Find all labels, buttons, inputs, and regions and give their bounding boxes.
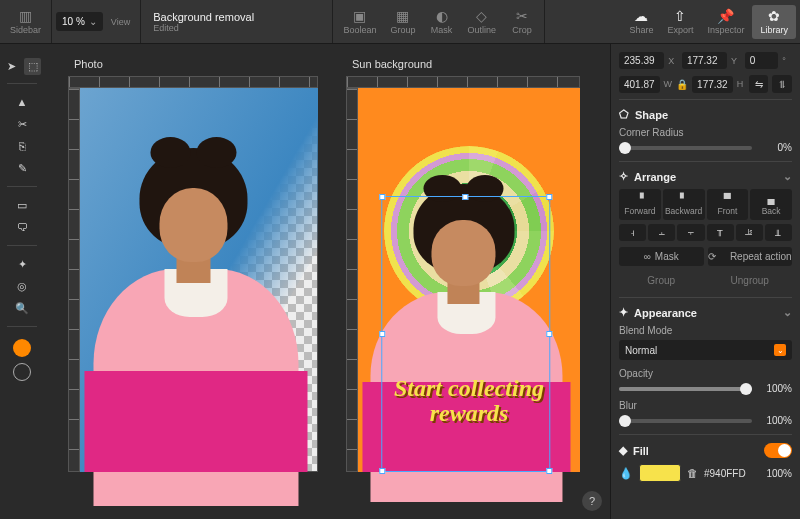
blend-mode-label: Blend Mode <box>619 325 792 336</box>
pen-tool[interactable]: ▲ <box>11 92 33 112</box>
align-vcenter-button[interactable]: ⫡ <box>736 224 763 241</box>
corner-radius-value: 0% <box>758 142 792 153</box>
cut-tool[interactable]: ✂ <box>11 114 33 134</box>
zoom-tool[interactable]: 🔍 <box>11 298 33 318</box>
lasso-tool[interactable]: ◎ <box>11 276 33 296</box>
view-label: View <box>111 17 130 27</box>
share-button[interactable]: ☁ Share <box>623 5 659 39</box>
w-unit: W <box>664 79 673 89</box>
fill-title: Fill <box>633 445 649 457</box>
sidebar-toggle-button[interactable]: ▥ Sidebar <box>4 5 47 39</box>
opacity-value: 100% <box>758 383 792 394</box>
remove-fill-icon[interactable]: 🗑 <box>687 467 698 479</box>
share-icon: ☁ <box>634 9 648 23</box>
repeat-action-button[interactable]: ⟳ Repeat action <box>708 247 793 266</box>
canvas[interactable]: Photo <box>44 44 610 519</box>
artboard-sun-canvas[interactable]: Start collecting rewards <box>358 88 580 472</box>
shape-rect-tool[interactable]: ▭ <box>11 195 33 215</box>
boolean-button[interactable]: ▣ Boolean <box>337 5 382 39</box>
corner-radius-slider[interactable] <box>619 146 752 150</box>
mask-button[interactable]: ◐ Mask <box>424 5 460 39</box>
chevron-down-icon[interactable]: ⌄ <box>783 306 792 319</box>
clone-tool[interactable]: ⎘ <box>11 136 33 156</box>
crop-button[interactable]: ✂ Crop <box>504 5 540 39</box>
opacity-label: Opacity <box>619 368 792 379</box>
group-button[interactable]: ▦ Group <box>384 5 421 39</box>
artboard-photo-canvas[interactable] <box>80 88 318 472</box>
boolean-icon: ▣ <box>353 9 366 23</box>
ruler-horizontal <box>68 76 318 88</box>
fill-opacity[interactable]: 100% <box>758 468 792 479</box>
sidebar-label: Sidebar <box>10 25 41 35</box>
eyedropper-icon[interactable]: 💧 <box>619 467 633 480</box>
width-field[interactable]: 401.87 <box>619 76 660 93</box>
text-tool[interactable]: 🗨 <box>11 217 33 237</box>
fill-color-chip[interactable] <box>639 464 681 482</box>
forward-button[interactable]: ▝Forward <box>619 189 661 220</box>
flip-vertical-button[interactable]: ⥮ <box>772 75 792 93</box>
align-bottom-button[interactable]: ⫫ <box>765 224 792 241</box>
group-button[interactable]: Group <box>619 272 704 289</box>
position-y-field[interactable]: 177.32 <box>682 52 727 69</box>
appearance-title: Appearance <box>634 307 697 319</box>
arrange-icon: ✧ <box>619 170 628 183</box>
chevron-down-icon[interactable]: ⌄ <box>783 170 792 183</box>
ungroup-button[interactable]: Ungroup <box>708 272 793 289</box>
artboard-photo-label: Photo <box>68 54 318 76</box>
left-tool-strip: ➤ ⬚ ▲ ✂ ⎘ ✎ ▭ 🗨 ✦ ◎ 🔍 <box>0 44 44 519</box>
opacity-slider[interactable] <box>619 387 752 391</box>
align-top-button[interactable]: ⫪ <box>707 224 734 241</box>
align-right-button[interactable]: ⫟ <box>677 224 704 241</box>
library-icon: ✿ <box>768 9 780 23</box>
brush-tool[interactable]: ✎ <box>11 158 33 178</box>
export-icon: ⇧ <box>674 9 686 23</box>
help-button[interactable]: ? <box>582 491 602 511</box>
corner-radius-label: Corner Radius <box>619 127 792 138</box>
mask-arrange-button[interactable]: ∞ Mask <box>619 247 704 266</box>
fill-hex[interactable]: #940FFD <box>704 468 752 479</box>
library-button[interactable]: ✿ Library <box>752 5 796 39</box>
height-field[interactable]: 177.32 <box>692 76 733 93</box>
reward-text: Start collecting rewards <box>376 376 563 426</box>
outline-label: Outline <box>468 25 497 35</box>
chevron-down-icon: ⌄ <box>89 16 97 27</box>
lock-aspect-icon[interactable]: 🔒 <box>676 79 688 90</box>
front-button[interactable]: ▀Front <box>707 189 749 220</box>
wand-tool[interactable]: ✦ <box>11 254 33 274</box>
sun-subject <box>330 172 596 472</box>
back-button[interactable]: ▄Back <box>750 189 792 220</box>
photo-subject <box>50 134 336 472</box>
inspector-button[interactable]: 📌 Inspector <box>701 5 750 39</box>
outline-icon: ◇ <box>476 9 487 23</box>
backward-button[interactable]: ▘Backward <box>663 189 705 220</box>
blend-mode-value: Normal <box>625 345 657 356</box>
sidebar-icon: ▥ <box>19 9 32 23</box>
blend-mode-select[interactable]: Normal ⌄ <box>619 340 792 360</box>
export-button[interactable]: ⇧ Export <box>661 5 699 39</box>
artboard-photo[interactable]: Photo <box>68 54 318 472</box>
position-x-field[interactable]: 235.39 <box>619 52 664 69</box>
document-status: Edited <box>153 23 254 33</box>
primary-color-swatch[interactable] <box>13 339 31 357</box>
section-arrange: ✧ Arrange ⌄ ▝Forward ▘Backward ▀Front ▄B… <box>619 161 792 293</box>
right-inspector: 235.39 X 177.32 Y 0 ° 401.87 W 🔒 177.32 … <box>610 44 800 519</box>
fill-toggle[interactable] <box>764 443 792 458</box>
crop-icon: ✂ <box>516 9 528 23</box>
align-left-button[interactable]: ⫞ <box>619 224 646 241</box>
align-hcenter-button[interactable]: ⫠ <box>648 224 675 241</box>
artboard-sun-label: Sun background <box>346 54 580 76</box>
artboard-sun[interactable]: Sun background <box>346 54 580 472</box>
outline-button[interactable]: ◇ Outline <box>462 5 503 39</box>
view-menu[interactable]: View <box>105 13 136 31</box>
section-appearance: ✦ Appearance ⌄ Blend Mode Normal ⌄ Opaci… <box>619 297 792 430</box>
shape-icon: ⬠ <box>619 108 629 121</box>
flip-horizontal-button[interactable]: ⇋ <box>749 75 769 93</box>
blur-slider[interactable] <box>619 419 752 423</box>
selection-tool[interactable]: ⬚ <box>24 58 41 75</box>
boolean-label: Boolean <box>343 25 376 35</box>
rotation-field[interactable]: 0 <box>745 52 778 69</box>
move-tool[interactable]: ➤ <box>3 58 20 75</box>
select-arrow-icon: ⌄ <box>774 344 786 356</box>
zoom-dropdown[interactable]: 10 % ⌄ <box>56 12 103 31</box>
secondary-color-swatch[interactable] <box>13 363 31 381</box>
